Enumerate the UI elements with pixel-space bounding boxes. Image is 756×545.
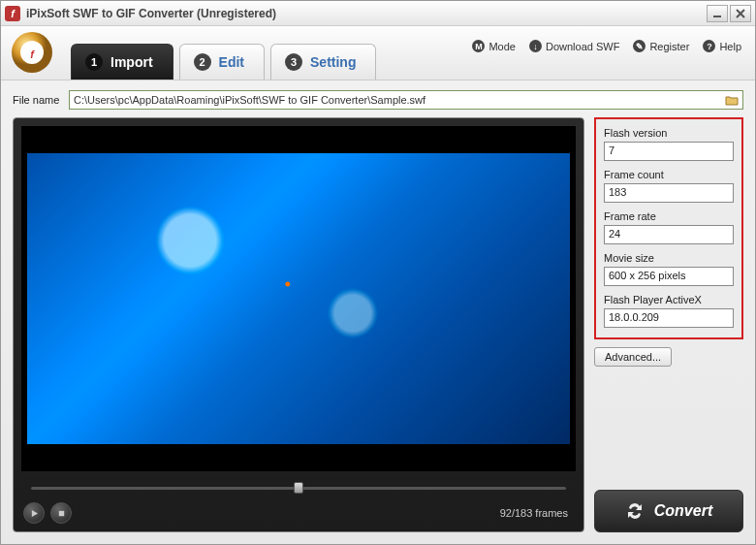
link-label: Help xyxy=(719,41,741,52)
player-controls: 92/183 frames xyxy=(21,502,576,524)
file-row: File name C:\Users\pc\AppData\Roaming\iP… xyxy=(13,90,743,110)
field-frame-count: Frame count 183 xyxy=(604,169,734,203)
titlebar: f iPixSoft SWF to GIF Converter (Unregis… xyxy=(1,1,755,26)
tab-label: Import xyxy=(110,54,153,70)
swf-preview-image xyxy=(27,153,570,444)
seek-thumb[interactable] xyxy=(294,482,303,494)
file-label: File name xyxy=(13,94,69,106)
preview-panel: 92/183 frames xyxy=(13,117,584,532)
header: f 1 Import 2 Edit 3 Setting M Mode ↓ xyxy=(1,26,755,80)
mode-icon: M xyxy=(472,40,485,52)
convert-button[interactable]: Convert xyxy=(594,490,743,532)
field-label: Frame count xyxy=(604,169,734,180)
frame-counter: 92/183 frames xyxy=(500,507,574,519)
field-flash-version: Flash version 7 xyxy=(604,127,734,161)
seek-bar[interactable] xyxy=(23,479,574,497)
help-link[interactable]: ? Help xyxy=(703,40,741,52)
file-path-text: C:\Users\pc\AppData\Roaming\iPixSoft\SWF… xyxy=(74,94,425,106)
advanced-row: Advanced... xyxy=(594,347,743,367)
field-label: Flash version xyxy=(604,127,734,139)
download-swf-link[interactable]: ↓ Download SWF xyxy=(529,40,619,52)
info-box: Flash version 7 Frame count 183 Frame ra… xyxy=(594,117,743,339)
tab-badge: 3 xyxy=(285,53,302,71)
content: 92/183 frames Flash version 7 Frame coun… xyxy=(13,117,743,532)
download-icon: ↓ xyxy=(529,40,542,52)
close-button[interactable] xyxy=(730,5,751,22)
field-frame-rate: Frame rate 24 xyxy=(604,210,734,244)
convert-label: Convert xyxy=(654,502,712,520)
register-icon: ✎ xyxy=(633,40,646,52)
preview-frame xyxy=(21,126,576,471)
convert-icon xyxy=(625,501,645,521)
link-label: Register xyxy=(649,41,689,52)
app-logo-icon: f xyxy=(11,31,53,74)
field-label: Frame rate xyxy=(604,210,734,222)
field-value: 7 xyxy=(604,142,734,161)
register-link[interactable]: ✎ Register xyxy=(633,40,689,52)
field-activex: Flash Player ActiveX 18.0.0.209 xyxy=(604,294,734,328)
field-value: 24 xyxy=(604,225,734,244)
body: File name C:\Users\pc\AppData\Roaming\iP… xyxy=(1,80,755,544)
tab-label: Setting xyxy=(310,54,356,70)
tab-label: Edit xyxy=(219,54,244,70)
field-movie-size: Movie size 600 x 256 pixels xyxy=(604,252,734,286)
tab-edit[interactable]: 2 Edit xyxy=(179,44,265,80)
window-title: iPixSoft SWF to GIF Converter (Unregiste… xyxy=(26,7,705,20)
svg-rect-6 xyxy=(58,510,63,515)
mode-link[interactable]: M Mode xyxy=(472,40,516,52)
field-value: 600 x 256 pixels xyxy=(604,267,734,286)
advanced-button[interactable]: Advanced... xyxy=(594,347,672,367)
app-window: f iPixSoft SWF to GIF Converter (Unregis… xyxy=(0,0,756,545)
browse-icon[interactable] xyxy=(723,92,740,108)
info-column: Flash version 7 Frame count 183 Frame ra… xyxy=(594,117,743,532)
convert-wrap: Convert xyxy=(594,480,743,532)
tab-badge: 2 xyxy=(194,53,211,71)
link-label: Download SWF xyxy=(546,41,619,52)
field-label: Flash Player ActiveX xyxy=(604,294,734,305)
svg-rect-2 xyxy=(713,16,721,17)
field-value: 18.0.0.209 xyxy=(604,308,734,328)
step-tabs: 1 Import 2 Edit 3 Setting xyxy=(71,26,382,80)
minimize-button[interactable] xyxy=(707,5,728,22)
play-button[interactable] xyxy=(23,502,45,524)
help-icon: ? xyxy=(703,40,715,52)
link-label: Mode xyxy=(488,41,516,52)
tab-import[interactable]: 1 Import xyxy=(71,44,173,80)
app-icon: f xyxy=(5,6,20,21)
file-path-input[interactable]: C:\Users\pc\AppData\Roaming\iPixSoft\SWF… xyxy=(69,90,743,110)
tab-badge: 1 xyxy=(85,53,103,71)
tab-setting[interactable]: 3 Setting xyxy=(270,44,376,80)
field-value: 183 xyxy=(604,183,734,203)
field-label: Movie size xyxy=(604,252,734,264)
stop-button[interactable] xyxy=(50,502,72,524)
top-links: M Mode ↓ Download SWF ✎ Register ? Help xyxy=(472,40,741,52)
